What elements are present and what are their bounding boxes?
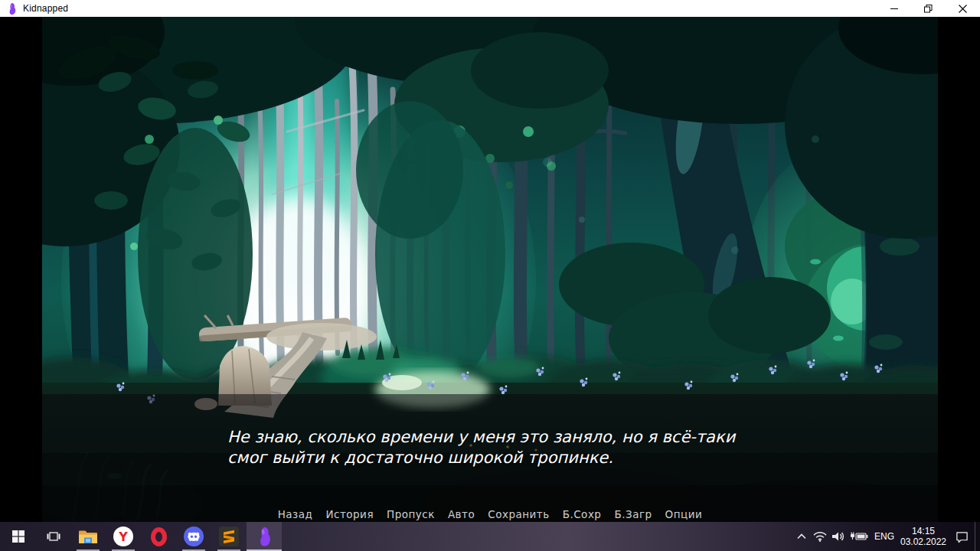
tray-network-button[interactable] — [811, 522, 829, 551]
taskbar-app-discord[interactable] — [176, 522, 211, 551]
volume-icon — [831, 530, 845, 543]
tray-date: 03.02.2022 — [900, 536, 946, 547]
file-explorer-icon — [78, 529, 98, 545]
tray-expand-button[interactable] — [792, 522, 811, 551]
tray-clock[interactable]: 14:15 03.02.2022 — [898, 522, 949, 551]
action-center-icon — [955, 530, 969, 543]
taskbar-app-kidnapped[interactable] — [247, 522, 282, 551]
quick-menu-quickload[interactable]: Б.Загр — [614, 508, 652, 520]
minimize-button[interactable] — [877, 0, 911, 17]
dialogue-line-2: смог выйти к достаточно широкой тропинке… — [227, 448, 779, 468]
close-button[interactable] — [946, 0, 980, 17]
dialogue-line-1: Не знаю, сколько времени у меня это заня… — [227, 427, 779, 448]
taskbar-app-opera[interactable] — [141, 522, 176, 551]
window-title: Kidnapped — [23, 3, 68, 14]
kidnapped-app-icon — [256, 526, 273, 547]
taskbar: Y — [0, 522, 980, 551]
quick-menu-quicksave[interactable]: Б.Сохр — [563, 508, 602, 520]
system-tray: ENG 14:15 03.02.2022 — [792, 522, 980, 551]
minimize-icon — [890, 8, 898, 9]
tray-battery-button[interactable] — [848, 522, 871, 551]
kidnapped-app-icon — [7, 2, 17, 15]
restore-button[interactable] — [911, 0, 946, 17]
sublime-text-icon — [219, 527, 239, 546]
tray-volume-button[interactable] — [829, 522, 848, 551]
tray-language-indicator[interactable]: ENG — [871, 522, 898, 551]
quick-menu-history[interactable]: История — [325, 508, 374, 520]
chevron-up-icon — [796, 533, 807, 540]
wifi-icon — [812, 530, 828, 543]
yandex-browser-icon: Y — [113, 527, 133, 546]
task-view-icon — [47, 531, 60, 542]
taskbar-app-sublime-text[interactable] — [211, 522, 247, 551]
window-titlebar[interactable]: Kidnapped — [0, 0, 980, 17]
restore-icon — [924, 5, 933, 13]
windows-start-icon — [12, 530, 24, 543]
quick-menu-save[interactable]: Сохранить — [488, 508, 549, 520]
game-window-content: Не знаю, сколько времени у меня это заня… — [0, 17, 980, 522]
tray-time: 14:15 — [912, 526, 935, 536]
game-viewport[interactable]: Не знаю, сколько времени у меня это заня… — [42, 17, 938, 522]
quick-menu-auto[interactable]: Авто — [448, 508, 475, 520]
quick-menu-back[interactable]: Назад — [278, 508, 313, 520]
opera-icon — [151, 527, 167, 546]
dialogue-box[interactable]: Не знаю, сколько времени у меня это заня… — [227, 427, 779, 468]
task-view-button[interactable] — [37, 522, 70, 551]
window-controls — [877, 0, 980, 17]
start-button[interactable] — [0, 522, 37, 551]
show-desktop-button[interactable] — [975, 522, 980, 551]
close-icon — [959, 5, 967, 13]
quick-menu: Назад История Пропуск Авто Сохранить Б.С… — [42, 508, 938, 520]
quick-menu-skip[interactable]: Пропуск — [387, 508, 435, 520]
taskbar-app-file-explorer[interactable] — [70, 522, 106, 551]
quick-menu-options[interactable]: Опции — [665, 508, 703, 520]
battery-charging-icon — [850, 531, 869, 542]
action-center-button[interactable] — [949, 522, 975, 551]
taskbar-app-yandex-browser[interactable]: Y — [106, 522, 141, 551]
discord-icon — [184, 527, 204, 546]
